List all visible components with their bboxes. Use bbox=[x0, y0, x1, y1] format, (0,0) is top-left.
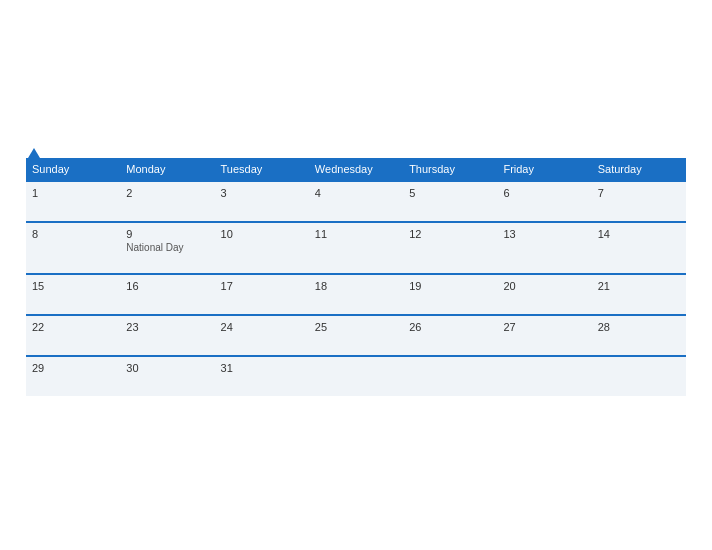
day-number: 16 bbox=[126, 280, 208, 292]
calendar-cell bbox=[592, 356, 686, 396]
day-number: 26 bbox=[409, 321, 491, 333]
day-number: 20 bbox=[503, 280, 585, 292]
day-number: 21 bbox=[598, 280, 680, 292]
day-number: 7 bbox=[598, 187, 680, 199]
day-number: 6 bbox=[503, 187, 585, 199]
week-row-1: 1234567 bbox=[26, 181, 686, 222]
calendar-container: SundayMondayTuesdayWednesdayThursdayFrid… bbox=[11, 140, 701, 411]
day-number: 19 bbox=[409, 280, 491, 292]
weekday-header-wednesday: Wednesday bbox=[309, 158, 403, 181]
calendar-cell bbox=[497, 356, 591, 396]
calendar-cell: 30 bbox=[120, 356, 214, 396]
day-number: 12 bbox=[409, 228, 491, 240]
week-row-2: 89National Day1011121314 bbox=[26, 222, 686, 274]
calendar-cell: 3 bbox=[215, 181, 309, 222]
day-number: 8 bbox=[32, 228, 114, 240]
calendar-cell: 12 bbox=[403, 222, 497, 274]
weekday-header-thursday: Thursday bbox=[403, 158, 497, 181]
day-number: 17 bbox=[221, 280, 303, 292]
day-number: 2 bbox=[126, 187, 208, 199]
day-number: 10 bbox=[221, 228, 303, 240]
calendar-cell: 28 bbox=[592, 315, 686, 356]
week-row-3: 15161718192021 bbox=[26, 274, 686, 315]
calendar-cell: 2 bbox=[120, 181, 214, 222]
calendar-cell: 8 bbox=[26, 222, 120, 274]
day-number: 30 bbox=[126, 362, 208, 374]
day-number: 14 bbox=[598, 228, 680, 240]
day-number: 27 bbox=[503, 321, 585, 333]
weekday-header-sunday: Sunday bbox=[26, 158, 120, 181]
calendar-cell: 14 bbox=[592, 222, 686, 274]
day-number: 11 bbox=[315, 228, 397, 240]
calendar-cell bbox=[309, 356, 403, 396]
weekday-header-friday: Friday bbox=[497, 158, 591, 181]
calendar-cell: 22 bbox=[26, 315, 120, 356]
calendar-cell: 9National Day bbox=[120, 222, 214, 274]
calendar-cell: 21 bbox=[592, 274, 686, 315]
calendar-cell: 16 bbox=[120, 274, 214, 315]
calendar-cell: 17 bbox=[215, 274, 309, 315]
logo bbox=[26, 150, 40, 160]
day-number: 31 bbox=[221, 362, 303, 374]
logo-triangle-icon bbox=[28, 148, 40, 158]
day-number: 9 bbox=[126, 228, 208, 240]
calendar-cell: 24 bbox=[215, 315, 309, 356]
day-number: 24 bbox=[221, 321, 303, 333]
weekday-header-monday: Monday bbox=[120, 158, 214, 181]
calendar-cell: 10 bbox=[215, 222, 309, 274]
calendar-cell: 11 bbox=[309, 222, 403, 274]
day-number: 28 bbox=[598, 321, 680, 333]
day-number: 22 bbox=[32, 321, 114, 333]
calendar-cell: 29 bbox=[26, 356, 120, 396]
calendar-cell: 15 bbox=[26, 274, 120, 315]
day-number: 23 bbox=[126, 321, 208, 333]
calendar-cell: 27 bbox=[497, 315, 591, 356]
day-number: 3 bbox=[221, 187, 303, 199]
calendar-cell: 18 bbox=[309, 274, 403, 315]
calendar-cell: 6 bbox=[497, 181, 591, 222]
calendar-cell: 31 bbox=[215, 356, 309, 396]
day-number: 15 bbox=[32, 280, 114, 292]
day-number: 25 bbox=[315, 321, 397, 333]
weekday-header-row: SundayMondayTuesdayWednesdayThursdayFrid… bbox=[26, 158, 686, 181]
day-number: 29 bbox=[32, 362, 114, 374]
calendar-cell: 26 bbox=[403, 315, 497, 356]
event-label: National Day bbox=[126, 242, 208, 253]
calendar-cell: 13 bbox=[497, 222, 591, 274]
calendar-cell: 23 bbox=[120, 315, 214, 356]
day-number: 4 bbox=[315, 187, 397, 199]
calendar-cell: 4 bbox=[309, 181, 403, 222]
weekday-header-tuesday: Tuesday bbox=[215, 158, 309, 181]
calendar-cell: 20 bbox=[497, 274, 591, 315]
calendar-cell: 19 bbox=[403, 274, 497, 315]
day-number: 5 bbox=[409, 187, 491, 199]
day-number: 18 bbox=[315, 280, 397, 292]
weekday-header-saturday: Saturday bbox=[592, 158, 686, 181]
week-row-4: 22232425262728 bbox=[26, 315, 686, 356]
day-number: 1 bbox=[32, 187, 114, 199]
calendar-cell: 5 bbox=[403, 181, 497, 222]
calendar-cell bbox=[403, 356, 497, 396]
calendar-cell: 7 bbox=[592, 181, 686, 222]
calendar-cell: 25 bbox=[309, 315, 403, 356]
day-number: 13 bbox=[503, 228, 585, 240]
calendar-grid: SundayMondayTuesdayWednesdayThursdayFrid… bbox=[26, 158, 686, 396]
week-row-5: 293031 bbox=[26, 356, 686, 396]
calendar-cell: 1 bbox=[26, 181, 120, 222]
